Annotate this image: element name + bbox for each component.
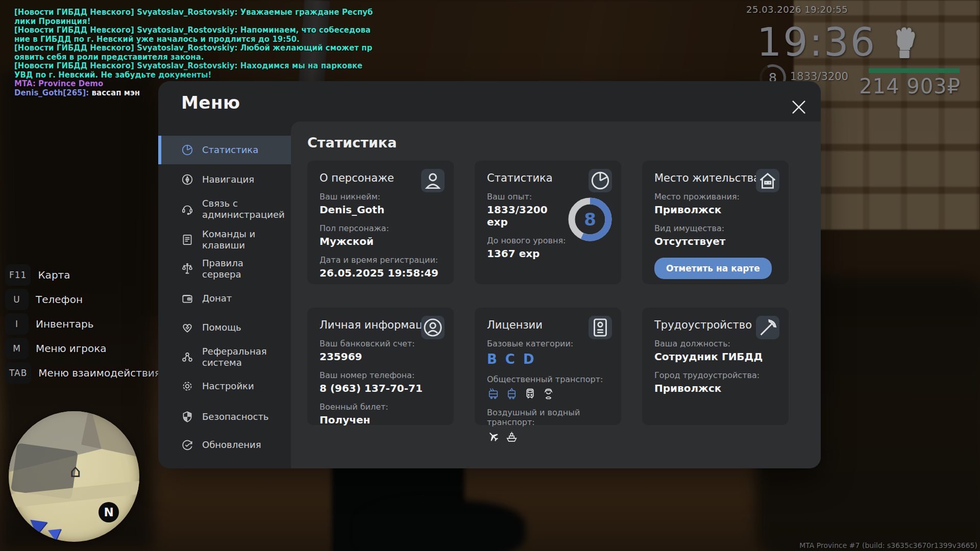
- field-label: Дата и время регистрации:: [320, 255, 442, 265]
- sidebar-item-statistics[interactable]: Статистика: [158, 136, 294, 164]
- pie-chart-icon: [589, 169, 612, 192]
- sidebar-item-label: Настройки: [202, 381, 280, 392]
- shield-icon: [181, 410, 194, 423]
- field-label: Место проживания:: [654, 192, 776, 202]
- air-water-licenses: [487, 430, 609, 443]
- field-label: Ваш номер телефона:: [320, 370, 442, 380]
- ship-icon: [505, 430, 518, 443]
- exp-progress-circle: 8: [568, 197, 612, 241]
- sidebar-item-help[interactable]: Помощь: [158, 313, 291, 342]
- card-statistics: Статистика Ваш опыт: 1833/3200 exp До но…: [475, 161, 621, 284]
- sidebar-item-label: Помощь: [202, 322, 280, 333]
- sidebar-item-donate[interactable]: Донат: [158, 284, 291, 313]
- sidebar-item-settings[interactable]: Настройки: [158, 372, 291, 400]
- scales-icon: [181, 262, 194, 276]
- mark-on-map-button[interactable]: Отметить на карте: [654, 258, 772, 279]
- airplane-icon: [487, 430, 500, 443]
- field-label: Ваш банковский счет:: [320, 339, 442, 348]
- field-value: 1367 exp: [487, 247, 571, 260]
- field-value: Denis_Goth: [320, 204, 442, 216]
- keycap: U: [5, 289, 29, 310]
- field-value: 1833/3200 exp: [487, 204, 571, 228]
- chat-line: лики Провинция!: [14, 17, 331, 27]
- exp-level-value: 8: [568, 197, 612, 241]
- list-document-icon: [181, 233, 194, 246]
- sidebar-item-navigation[interactable]: Навигация: [158, 165, 291, 194]
- field-label: Общественный транспорт:: [487, 374, 609, 384]
- chat-line: [Новости ГИБДД Невского] Svyatoslav_Rost…: [14, 44, 331, 53]
- keybind-hints: F11 Карта U Телефон I Инвентарь M Меню и…: [5, 264, 161, 384]
- field-value: Сотрудник ГИБДД: [654, 350, 776, 363]
- keybind-phone: U Телефон: [5, 289, 161, 310]
- network-icon: [181, 350, 194, 364]
- person-icon: [421, 169, 445, 192]
- keycap: F11: [5, 264, 31, 286]
- license-category: D: [523, 352, 534, 367]
- sidebar-item-label: Статистика: [202, 144, 280, 156]
- keybind-label: Карта: [38, 269, 70, 281]
- train-icon: [524, 387, 536, 400]
- headset-icon: [181, 203, 194, 216]
- field-value: Отсутствует: [654, 235, 776, 247]
- chat-player-nick: Denis_Goth[265]:: [14, 88, 89, 97]
- compass-icon: [181, 173, 194, 186]
- chat-line: [Новости ГИБДД Невского] Svyatoslav_Rost…: [14, 8, 331, 17]
- minimap-north-indicator: N: [99, 502, 119, 522]
- sidebar-item-label: Обновления: [202, 439, 280, 450]
- field-label: Пол персонажа:: [320, 223, 442, 233]
- card-character: О персонаже Ваш никнейм: Denis_Goth Пол …: [307, 161, 454, 284]
- field-value: 26.05.2025 19:58:49: [320, 267, 442, 279]
- license-categories: B C D: [487, 352, 609, 367]
- id-card-icon: [589, 316, 612, 339]
- game-screen: [Новости ГИБДД Невского] Svyatoslav_Rost…: [0, 0, 980, 551]
- gear-icon: [181, 380, 194, 393]
- license-category: C: [505, 352, 515, 367]
- content-heading: Статистика: [307, 135, 397, 151]
- sidebar-item-label: Навигация: [202, 174, 280, 185]
- sidebar-item-updates[interactable]: Обновления: [158, 431, 291, 459]
- keybind-label: Меню взаимодействия: [38, 367, 160, 379]
- field-label: Ваш никнейм:: [320, 192, 442, 202]
- menu-panel: Меню Статистика Навигация Связь с админи…: [158, 81, 821, 468]
- keybind-label: Телефон: [36, 293, 83, 306]
- field-label: Воздушный и водный транспорт:: [487, 408, 609, 427]
- conductor-icon: [542, 387, 555, 400]
- keycap: I: [5, 313, 29, 335]
- chat-line: [Новости ГИБДД Невского] Svyatoslav_Rost…: [14, 62, 331, 71]
- chat-line: ние в ГИБДД по г. Невский уже началось и…: [14, 35, 331, 44]
- chat-line: УВД по г. Невский. Не забудьте документы…: [14, 71, 331, 80]
- menu-title: Меню: [181, 92, 240, 113]
- card-employment: Трудоустройство Ваша должность: Сотрудни…: [642, 308, 789, 425]
- license-category: B: [487, 352, 497, 367]
- menu-content: Статистика О персонаже Ваш никнейм: Deni…: [291, 121, 821, 468]
- sidebar-item-commands-keys[interactable]: Команды и клавиши: [158, 226, 291, 254]
- person-circle-icon: [421, 316, 445, 339]
- chat-line: [Новости ГИБДД Невского] Svyatoslav_Rost…: [14, 26, 331, 35]
- field-label: Город трудоустройства:: [654, 370, 776, 380]
- sidebar-item-label: Правила сервера: [202, 258, 280, 280]
- hud-datetime: 25.03.2026 19:20:55: [746, 4, 848, 15]
- public-transport-licenses: [487, 387, 609, 400]
- sidebar-item-label: Безопасность: [202, 411, 280, 422]
- keybind-inventory: I Инвентарь: [5, 313, 161, 335]
- sidebar-item-referral[interactable]: Реферальная система: [158, 343, 291, 371]
- keybind-interaction-menu: TAB Меню взаимодействия: [5, 362, 161, 384]
- minimap: ⌂ N: [9, 411, 139, 542]
- field-value: 8 (963) 137-70-71: [320, 382, 442, 394]
- raised-fist-icon: [891, 24, 918, 58]
- close-icon[interactable]: [790, 98, 807, 116]
- sidebar-item-server-rules[interactable]: Правила сервера: [158, 255, 291, 283]
- build-info: MTA Province #7 (build: s3635c3670r1399v…: [799, 541, 977, 549]
- sidebar-item-admin-contact[interactable]: Связь с администрацией: [158, 195, 291, 223]
- keybind-label: Меню игрока: [36, 342, 107, 355]
- chat-player-message: вассап мэн: [92, 88, 140, 97]
- card-licenses: Лицензии Базовые категории: B C D Общест…: [475, 308, 621, 425]
- keybind-player-menu: M Меню игрока: [5, 338, 161, 359]
- field-label: Базовые категории:: [487, 339, 609, 348]
- sidebar-item-label: Реферальная система: [202, 346, 280, 368]
- field-label: Вид имущества:: [654, 223, 776, 233]
- field-label: Военный билет:: [320, 402, 442, 412]
- field-value: Получен: [320, 414, 442, 426]
- minimap-house-icon: ⌂: [70, 462, 81, 480]
- sidebar-item-security[interactable]: Безопасность: [158, 403, 291, 431]
